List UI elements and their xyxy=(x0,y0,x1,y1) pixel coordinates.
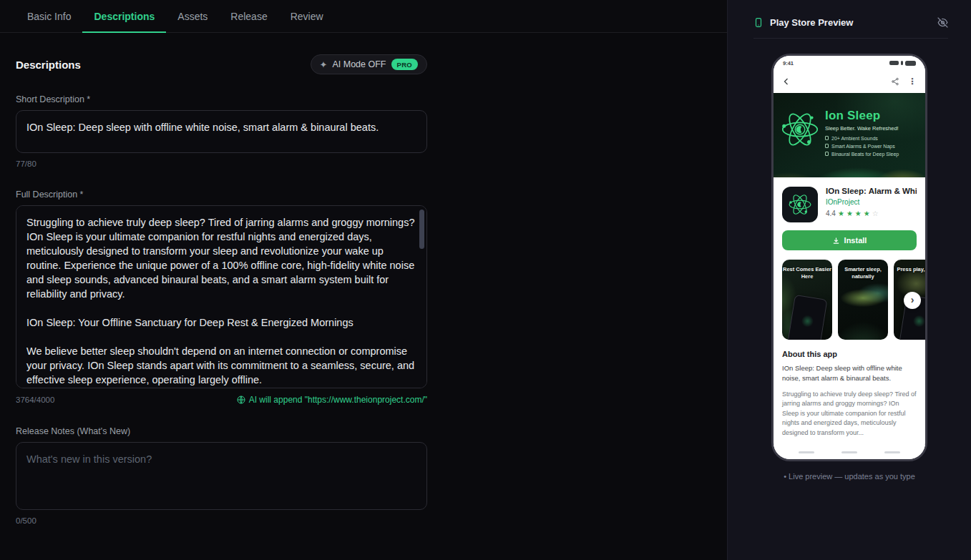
release-notes-counter: 0/500 xyxy=(16,516,427,525)
phone-status-bar: 9:41 xyxy=(774,56,925,70)
preview-panel-header: Play Store Preview xyxy=(753,17,948,39)
banner-app-name: Ion Sleep xyxy=(825,109,899,123)
share-icon[interactable] xyxy=(891,77,899,86)
tab-assets[interactable]: Assets xyxy=(166,0,219,32)
star-icon: ★ xyxy=(838,210,844,217)
screenshot-card[interactable]: Smarter sleep, naturally xyxy=(838,260,888,340)
phone-mockup: 9:41 ⋮ xyxy=(771,54,927,461)
app-listing: IOn Sleep: Alarm & Whi... IOnProject 4.4… xyxy=(774,177,925,222)
star-icon: ★ xyxy=(855,210,862,217)
bullet-icon xyxy=(825,144,829,148)
preview-panel-title: Play Store Preview xyxy=(770,17,937,28)
full-description-counter: 3764/4000 xyxy=(16,396,54,404)
page-title: Descriptions xyxy=(16,59,81,71)
tab-descriptions[interactable]: Descriptions xyxy=(82,0,166,32)
phone-bottom-nav xyxy=(774,445,925,459)
rating-row: 4.4 ★ ★ ★ ★ ☆ xyxy=(826,210,917,217)
tab-bar: Basic Info Descriptions Assets Release R… xyxy=(0,0,727,33)
banner-bullet: 20+ Ambient Sounds xyxy=(825,136,899,141)
screenshot-card[interactable]: Rest Comes Easier Here xyxy=(782,260,832,340)
phone-nav-bar: ⋮ xyxy=(774,70,925,93)
atom-logo xyxy=(778,107,822,152)
release-notes-input[interactable] xyxy=(16,442,427,510)
star-outline-icon: ☆ xyxy=(872,210,879,217)
screenshot-carousel: Rest Comes Easier Here Smarter sleep, na… xyxy=(774,260,925,340)
tab-release[interactable]: Release xyxy=(219,0,278,32)
back-icon[interactable] xyxy=(782,77,791,86)
bullet-icon xyxy=(825,136,829,140)
nav-dash xyxy=(884,451,900,453)
screenshot-phone-art xyxy=(786,295,827,340)
chevron-right-icon: › xyxy=(911,294,914,305)
short-description-counter: 77/80 xyxy=(16,159,427,168)
app-listing-title: IOn Sleep: Alarm & Whi... xyxy=(826,187,917,195)
eye-off-icon[interactable] xyxy=(937,17,948,28)
banner-tagline: Sleep Better. Wake Refreshed! xyxy=(825,125,899,132)
smartphone-icon xyxy=(753,17,763,28)
nav-dash xyxy=(841,451,857,453)
rating-value: 4.4 xyxy=(826,210,836,217)
about-short-description: IOn Sleep: Deep sleep with offline white… xyxy=(782,363,917,383)
wifi-icon xyxy=(901,61,903,65)
descriptions-form: Descriptions ✦ AI Mode OFF PRO Short Des… xyxy=(0,33,427,525)
star-icon: ★ xyxy=(846,210,853,217)
install-button[interactable]: Install xyxy=(782,230,917,250)
about-heading: About this app xyxy=(782,350,917,358)
pro-badge: PRO xyxy=(391,59,419,70)
status-time: 9:41 xyxy=(783,60,794,67)
nav-dash xyxy=(799,451,814,453)
tab-basic-info[interactable]: Basic Info xyxy=(16,0,82,32)
bullet-icon xyxy=(825,152,829,156)
ai-append-note: AI will append "https://www.theionprojec… xyxy=(237,395,427,405)
release-notes-label: Release Notes (What's New) xyxy=(16,426,427,436)
banner-bullet: Binaural Beats for Deep Sleep xyxy=(825,152,899,157)
main-column: Basic Info Descriptions Assets Release R… xyxy=(0,0,727,560)
short-description-input[interactable]: IOn Sleep: Deep sleep with offline white… xyxy=(16,110,427,153)
battery-icon xyxy=(905,61,916,66)
full-description-input[interactable]: Struggling to achieve truly deep sleep? … xyxy=(16,205,427,388)
kebab-menu-icon[interactable]: ⋮ xyxy=(908,77,917,87)
carousel-next-button[interactable]: › xyxy=(904,292,921,309)
signal-icon xyxy=(889,61,899,65)
about-full-preview: Struggling to achieve truly deep sleep? … xyxy=(782,390,917,438)
download-icon xyxy=(832,237,840,245)
play-store-preview-panel: Play Store Preview 9:41 ⋮ xyxy=(727,0,971,560)
ai-mode-toggle-button[interactable]: ✦ AI Mode OFF PRO xyxy=(311,54,427,74)
status-icons xyxy=(889,61,916,66)
sparkles-icon: ✦ xyxy=(320,60,328,69)
globe-icon xyxy=(237,396,245,404)
feature-banner: Ion Sleep Sleep Better. Wake Refreshed! … xyxy=(774,93,925,177)
banner-bullet: Smart Alarms & Power Naps xyxy=(825,144,899,149)
star-icon: ★ xyxy=(864,210,870,217)
ai-mode-label: AI Mode OFF xyxy=(332,59,386,69)
about-section: About this app IOn Sleep: Deep sleep wit… xyxy=(774,340,925,445)
app-developer[interactable]: IOnProject xyxy=(826,198,917,206)
app-root: Basic Info Descriptions Assets Release R… xyxy=(0,0,971,560)
live-preview-caption: • Live preview — updates as you type xyxy=(728,472,971,481)
app-icon xyxy=(782,187,818,222)
full-description-label: Full Description * xyxy=(16,190,427,200)
tab-review[interactable]: Review xyxy=(279,0,335,32)
short-description-label: Short Description * xyxy=(16,94,427,104)
textarea-scrollbar-thumb[interactable] xyxy=(419,210,424,249)
